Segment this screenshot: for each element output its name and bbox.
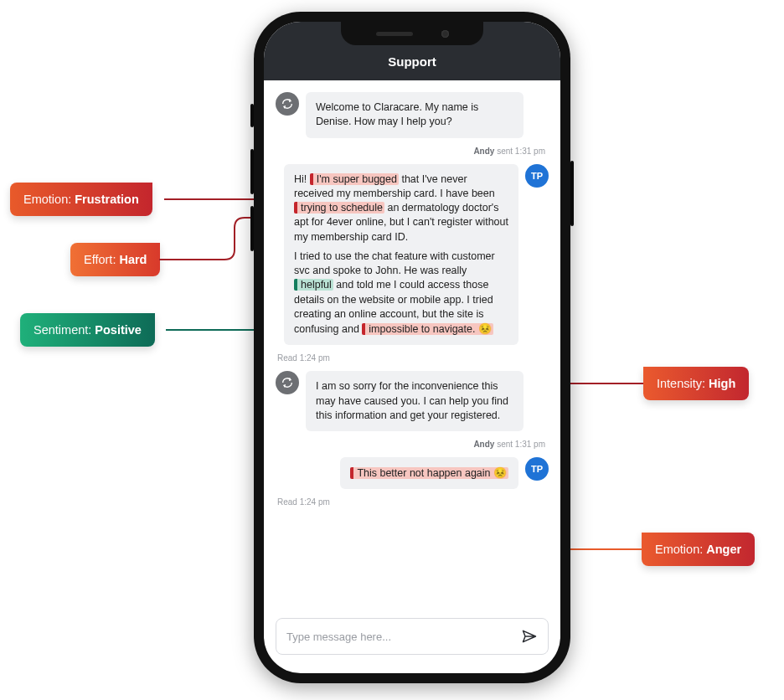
tag-label: Emotion: [655, 543, 703, 556]
text: impossible to navigate. [369, 323, 475, 335]
message-input[interactable]: Type message here... [276, 618, 549, 655]
highlight-frustration: I'm super bugged [310, 173, 399, 185]
meta-status: sent [497, 440, 513, 449]
message-agent: Welcome to Claracare. My name is Denise.… [276, 92, 549, 138]
chat-scroll[interactable]: Welcome to Claracare. My name is Denise.… [264, 80, 560, 610]
highlight-intensity: impossible to navigate. 😣 [362, 323, 493, 335]
text: I tried to use the chat feature with cus… [294, 250, 495, 276]
agent-avatar [276, 92, 299, 116]
meta-time: 1:24 pm [300, 497, 330, 507]
chat-title: Support [388, 54, 436, 69]
send-icon [521, 628, 538, 645]
side-button [570, 161, 574, 226]
meta-name: Andy [473, 147, 494, 156]
meta-name: Andy [473, 440, 494, 449]
user-avatar: TP [525, 457, 549, 481]
tag-label: Effort: [84, 253, 116, 266]
tag-value: Positive [95, 323, 142, 337]
meta-time: 1:24 pm [300, 353, 330, 363]
message-meta: Read 1:24 pm [276, 353, 549, 363]
emoji-icon: 😣 [478, 322, 492, 335]
text: This better not happen again [357, 467, 493, 479]
meta-status: sent [497, 147, 513, 156]
message-user: This better not happen again 😣 TP [276, 457, 549, 489]
annotation-intensity-high: Intensity: High [643, 367, 749, 400]
message-bubble: I am so sorry for the inconvenience this… [306, 371, 524, 431]
phone-screen: Support Welcome to Claracare. My name is… [264, 22, 560, 673]
message-bubble: Hi! I'm super bugged that I've never rec… [284, 164, 518, 346]
tag-value: Frustration [75, 193, 139, 206]
input-area: Type message here... [264, 610, 560, 673]
side-button [250, 104, 254, 127]
send-button[interactable] [521, 628, 538, 645]
annotation-sentiment-positive: Sentiment: Positive [20, 313, 155, 347]
message-meta: Andy sent 1:31 pm [276, 440, 549, 449]
side-button [250, 149, 254, 194]
highlight-effort: trying to schedule [294, 202, 384, 214]
meta-status: Read [277, 353, 297, 363]
camera [441, 30, 449, 38]
tag-label: Intensity: [657, 377, 705, 390]
phone-frame: Support Welcome to Claracare. My name is… [254, 12, 570, 683]
message-bubble: Welcome to Claracare. My name is Denise.… [306, 92, 524, 138]
message-meta: Andy sent 1:31 pm [276, 147, 549, 156]
text: Hi! [294, 173, 310, 185]
emoji-icon: 😣 [493, 466, 507, 479]
meta-status: Read [277, 497, 297, 507]
message-bubble: This better not happen again 😣 [340, 457, 518, 489]
agent-avatar [276, 371, 299, 394]
highlight-anger: This better not happen again 😣 [350, 467, 508, 479]
tag-value: High [709, 377, 735, 390]
annotation-emotion-frustration: Emotion: Frustration [10, 183, 152, 216]
phone-notch [341, 22, 483, 45]
refresh-icon [281, 376, 294, 389]
annotation-emotion-anger: Emotion: Anger [642, 533, 755, 566]
side-button [250, 206, 254, 251]
user-avatar: TP [525, 164, 549, 188]
tag-value: Hard [119, 253, 147, 266]
tag-value: Anger [706, 543, 741, 556]
speaker [376, 32, 413, 36]
message-agent: I am so sorry for the inconvenience this… [276, 371, 549, 431]
tag-label: Sentiment: [34, 323, 91, 337]
tag-label: Emotion: [23, 193, 71, 206]
refresh-icon [281, 97, 294, 111]
meta-time: 1:31 pm [515, 147, 545, 156]
message-user: Hi! I'm super bugged that I've never rec… [276, 164, 549, 346]
message-meta: Read 1:24 pm [276, 497, 549, 507]
annotation-effort-hard: Effort: Hard [70, 243, 160, 276]
meta-time: 1:31 pm [515, 440, 545, 449]
highlight-positive: helpful [294, 279, 333, 291]
input-placeholder: Type message here... [286, 631, 391, 643]
